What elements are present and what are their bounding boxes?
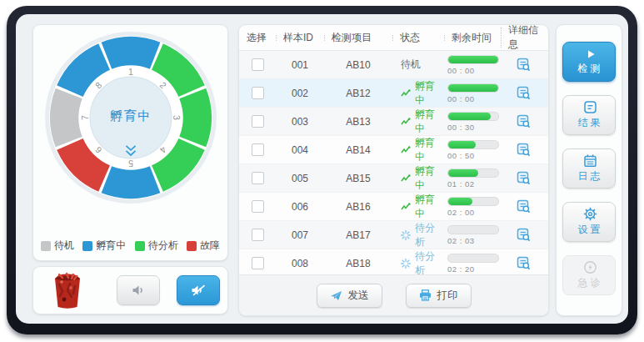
table-row[interactable]: 002AB12孵育中00 : 00 — [239, 79, 548, 108]
progress-fill — [448, 169, 478, 177]
legend-label: 孵育中 — [96, 239, 126, 253]
spinner-icon — [401, 230, 411, 240]
nav-button-设置[interactable]: 设置 — [562, 202, 616, 242]
progress-bar — [447, 112, 499, 121]
pulse-icon — [401, 174, 411, 184]
detail-info-icon[interactable] — [517, 114, 531, 128]
nav-button-日志[interactable]: 日志 — [562, 148, 616, 189]
remaining-time-cell: 00 : 00 — [444, 55, 501, 75]
detail-info-icon[interactable] — [517, 86, 531, 100]
detail-cell — [501, 228, 547, 242]
select-cell — [239, 172, 276, 184]
detail-cell — [501, 199, 547, 214]
row-checkbox[interactable] — [252, 172, 264, 184]
status-label: 孵育中 — [415, 193, 444, 221]
dial-segment-5[interactable] — [101, 166, 160, 199]
test-item-cell: AB17 — [324, 229, 392, 241]
status-cell: 孵育中 — [392, 108, 444, 136]
dial-segment-1[interactable] — [101, 37, 160, 69]
test-item-cell: AB15 — [324, 173, 392, 184]
mute-button[interactable] — [177, 275, 220, 305]
dial-position-number: 3 — [172, 115, 182, 120]
status-cell: 孵育中 — [392, 136, 444, 164]
sample-id-cell: 006 — [276, 201, 324, 213]
table-row[interactable]: 003AB13孵育中00 : 30 — [239, 108, 548, 136]
detail-info-icon[interactable] — [517, 143, 531, 157]
remaining-time-cell: 00 : 50 — [444, 140, 501, 160]
legend-swatch — [82, 241, 92, 251]
legend-item: 待分析 — [135, 239, 178, 253]
status-label: 待机 — [401, 58, 421, 72]
progress-fill — [448, 113, 491, 120]
table-row[interactable]: 006AB16孵育中02 : 00 — [239, 193, 548, 221]
row-checkbox[interactable] — [252, 87, 264, 99]
table-row[interactable]: 008AB18待分析02 : 20 — [239, 249, 548, 278]
row-checkbox[interactable] — [252, 200, 264, 213]
column-header: 状态 — [392, 31, 444, 45]
remaining-time-cell: 02 : 20 — [444, 254, 501, 274]
test-item-cell: AB18 — [324, 258, 392, 269]
progress-bar — [447, 83, 499, 93]
detail-info-icon[interactable] — [517, 171, 531, 185]
table-row[interactable]: 001AB10待机00 : 00 — [239, 51, 548, 79]
status-label: 待分析 — [415, 221, 444, 249]
detail-cell — [501, 86, 547, 100]
nav-button-label: 设置 — [576, 223, 603, 237]
dial-segment-3[interactable] — [179, 88, 212, 148]
device-bezel: 12345678孵育中 待机孵育中待分析故障 选择样本ID检测项目状态剩余时间详… — [7, 6, 637, 334]
status-label: 孵育中 — [415, 136, 444, 164]
table-row[interactable]: 007AB17待分析02 : 03 — [239, 221, 548, 249]
waste-bin-icon — [52, 271, 83, 309]
results-icon — [581, 100, 597, 114]
legend-swatch — [41, 241, 51, 251]
incubator-dial[interactable]: 12345678孵育中 — [42, 29, 219, 206]
pulse-icon — [401, 145, 411, 155]
row-checkbox[interactable] — [252, 58, 264, 71]
remaining-time-label: 01 : 02 — [447, 179, 475, 189]
detail-cell — [501, 143, 547, 157]
status-cell: 孵育中 — [392, 193, 444, 221]
remaining-time-cell: 02 : 03 — [444, 225, 501, 245]
select-cell — [239, 58, 276, 71]
row-checkbox[interactable] — [252, 115, 264, 128]
incubator-dial-panel: 12345678孵育中 待机孵育中待分析故障 — [32, 24, 228, 261]
test-item-cell: AB13 — [324, 116, 392, 128]
row-checkbox[interactable] — [252, 257, 264, 269]
nav-button-检测[interactable]: 检测 — [562, 42, 616, 82]
legend-item: 故障 — [187, 239, 220, 253]
detail-info-icon[interactable] — [517, 199, 531, 214]
status-legend: 待机孵育中待分析故障 — [41, 239, 220, 253]
detail-info-icon[interactable] — [517, 58, 531, 72]
gear-icon — [581, 207, 597, 221]
volume-button[interactable] — [117, 275, 160, 305]
detail-cell — [501, 114, 547, 128]
send-button[interactable]: 发送 — [317, 284, 382, 308]
progress-bar — [447, 197, 499, 206]
sample-id-cell: 005 — [276, 173, 324, 184]
spinner-icon — [401, 259, 411, 269]
detail-info-icon[interactable] — [517, 256, 531, 270]
row-checkbox[interactable] — [252, 143, 264, 156]
status-label: 孵育中 — [415, 108, 444, 136]
row-checkbox[interactable] — [252, 229, 264, 241]
table-row[interactable]: 004AB14孵育中00 : 50 — [239, 136, 548, 164]
progress-fill — [448, 84, 498, 92]
status-cell: 待分析 — [392, 249, 444, 278]
speaker-on-icon — [131, 284, 146, 297]
dial-position-number: 1 — [128, 67, 133, 77]
remaining-time-label: 00 : 00 — [447, 94, 475, 103]
print-button[interactable]: 打印 — [406, 284, 472, 308]
calendar-icon — [581, 153, 597, 168]
nav-button-结果[interactable]: 结果 — [562, 95, 616, 135]
table-row[interactable]: 005AB15孵育中01 : 02 — [239, 164, 548, 193]
legend-label: 待机 — [54, 239, 74, 253]
status-label: 待分析 — [415, 249, 444, 278]
legend-label: 待分析 — [148, 239, 178, 253]
remaining-time-label: 02 : 00 — [447, 208, 475, 217]
nav-button-label: 急诊 — [576, 276, 603, 290]
detail-info-icon[interactable] — [517, 228, 531, 242]
dial-center-label: 孵育中 — [110, 108, 152, 123]
remaining-time-label: 02 : 03 — [447, 236, 475, 245]
progress-fill — [448, 198, 472, 205]
dial-segment-7[interactable] — [50, 88, 82, 148]
